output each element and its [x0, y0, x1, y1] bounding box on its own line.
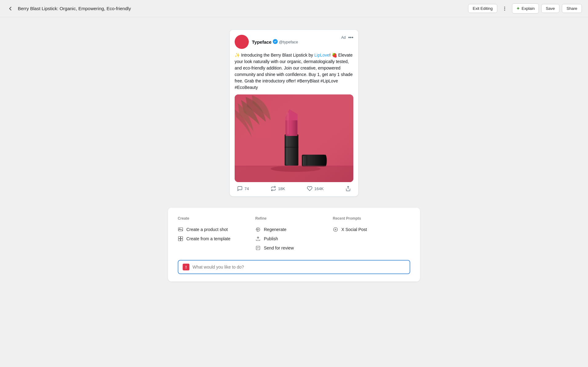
svg-rect-19	[235, 166, 353, 167]
tweet-username-row: Typeface @typeface	[252, 39, 298, 45]
create-from-template-label: Create from a template	[186, 236, 230, 241]
tweet-link[interactable]: LipLove	[314, 53, 329, 58]
send-for-review-item[interactable]: Send for review	[255, 243, 333, 253]
svg-point-0	[504, 6, 505, 7]
svg-rect-27	[181, 239, 183, 241]
regenerate-icon	[255, 227, 261, 232]
main-input[interactable]	[193, 265, 405, 269]
tweet-image	[235, 94, 353, 182]
input-icon: !	[183, 264, 189, 270]
header: Berry Blast Lipstick: Organic, Empowerin…	[0, 0, 588, 17]
tweet-handle: @typeface	[279, 40, 298, 44]
explain-button[interactable]: ✦ Explain	[512, 3, 539, 14]
retweet-count: 18K	[278, 186, 285, 191]
share-button[interactable]: Share	[562, 4, 582, 13]
tweet-card: Typeface @typeface Ad •••	[229, 30, 359, 197]
svg-rect-26	[178, 239, 181, 241]
tweet-like-action[interactable]: 164K	[307, 186, 324, 191]
more-options-button[interactable]	[500, 4, 510, 14]
avatar	[235, 35, 249, 49]
recent-prompts-section: Recent Prompts X Social Post	[333, 216, 410, 253]
svg-point-2	[504, 10, 505, 10]
product-shot-icon	[178, 227, 183, 232]
svg-rect-13	[287, 113, 289, 134]
header-right: Exit Editing ✦ Explain Save Share	[468, 3, 582, 14]
explain-label: Explain	[522, 6, 535, 11]
main-content: Typeface @typeface Ad •••	[0, 17, 588, 288]
save-button[interactable]: Save	[541, 4, 560, 13]
comment-count: 74	[244, 186, 249, 191]
create-section-title: Create	[178, 216, 255, 221]
create-from-template-item[interactable]: Create from a template	[178, 234, 255, 243]
svg-rect-16	[303, 156, 304, 165]
explain-icon: ✦	[516, 6, 520, 11]
publish-icon	[255, 236, 261, 241]
exit-editing-button[interactable]: Exit Editing	[468, 4, 497, 13]
bottom-panel-sections: Create Create a product shot	[178, 216, 410, 253]
svg-rect-20	[235, 167, 353, 182]
send-for-review-label: Send for review	[264, 245, 294, 250]
tweet-menu-dots[interactable]: •••	[348, 35, 353, 40]
svg-rect-32	[256, 246, 260, 250]
svg-rect-22	[178, 228, 183, 231]
svg-point-18	[324, 156, 326, 166]
regenerate-label: Regenerate	[264, 227, 286, 232]
refine-section: Refine Regenerate	[255, 216, 333, 253]
publish-label: Publish	[264, 236, 278, 241]
tweet-body: ✨ Introducing the Berry Blast Lipstick b…	[235, 52, 353, 91]
review-icon	[255, 245, 261, 251]
svg-rect-25	[181, 237, 183, 239]
page-title: Berry Blast Lipstick: Organic, Empowerin…	[18, 6, 131, 11]
tweet-header: Typeface @typeface Ad •••	[235, 35, 353, 49]
refine-section-title: Refine	[255, 216, 333, 221]
x-social-post-item[interactable]: X Social Post	[333, 225, 410, 234]
template-icon	[178, 236, 183, 241]
tweet-header-left: Typeface @typeface	[235, 35, 298, 49]
create-section: Create Create a product shot	[178, 216, 255, 253]
tweet-comment-action[interactable]: 74	[237, 186, 249, 191]
verified-badge	[273, 39, 278, 45]
svg-rect-24	[178, 237, 181, 239]
bottom-panel: Create Create a product shot	[168, 208, 420, 281]
social-post-icon	[333, 227, 338, 232]
create-product-shot-item[interactable]: Create a product shot	[178, 225, 255, 234]
like-count: 164K	[314, 186, 324, 191]
ad-label: Ad	[341, 35, 346, 40]
tweet-header-right: Ad •••	[341, 35, 354, 40]
regenerate-item[interactable]: Regenerate	[255, 225, 333, 234]
tweet-retweet-action[interactable]: 18K	[271, 186, 285, 191]
tweet-display-name: Typeface	[252, 39, 272, 45]
x-social-post-label: X Social Post	[341, 227, 367, 232]
input-row: !	[178, 260, 410, 274]
svg-rect-9	[285, 147, 299, 147]
svg-point-1	[504, 8, 505, 9]
create-product-shot-label: Create a product shot	[186, 227, 228, 232]
tweet-user-info: Typeface @typeface	[252, 39, 298, 45]
header-left: Berry Blast Lipstick: Organic, Empowerin…	[6, 4, 131, 13]
svg-rect-8	[286, 135, 288, 165]
tweet-share-action[interactable]	[345, 186, 351, 191]
publish-item[interactable]: Publish	[255, 234, 333, 243]
tweet-actions: 74 18K 164K	[235, 186, 353, 191]
back-button[interactable]	[6, 4, 15, 13]
recent-section-title: Recent Prompts	[333, 216, 410, 221]
